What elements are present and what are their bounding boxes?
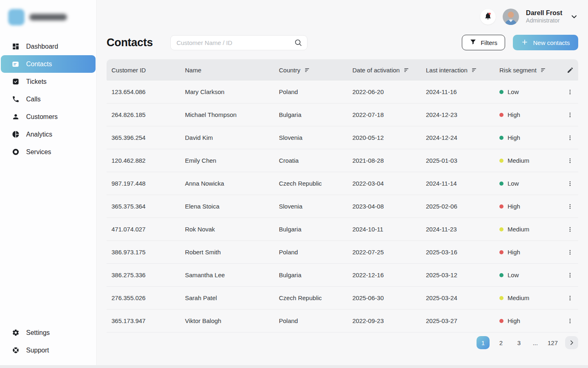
new-contacts-label: New contacts	[533, 39, 570, 46]
row-menu-button[interactable]	[565, 132, 575, 143]
cell-customer-id: 386.973.175	[111, 249, 185, 256]
column-header-risk-segment[interactable]: Risk segment	[499, 67, 562, 74]
notifications-button[interactable]	[480, 9, 496, 25]
avatar[interactable]	[503, 9, 519, 25]
cell-last-interaction: 2025-03-27	[426, 317, 499, 324]
new-contacts-button[interactable]: New contacts	[513, 35, 578, 50]
table-body: 123.654.086Mary ClarksonPoland2022-06-20…	[107, 81, 578, 332]
cell-actions	[562, 132, 578, 143]
sidebar-item-tickets[interactable]: Tickets	[1, 73, 96, 90]
contacts-table: Customer IDNameCountryDate of activation…	[107, 59, 578, 332]
pagination-page-2[interactable]: 2	[494, 336, 508, 349]
row-menu-button[interactable]	[565, 110, 575, 120]
cell-name: Anna Nowicka	[185, 180, 279, 187]
dashboard-icon	[11, 42, 20, 51]
risk-label: Medium	[508, 157, 529, 164]
pagination-next-button[interactable]	[565, 336, 578, 349]
cell-name: Emily Chen	[185, 157, 279, 164]
cell-name: Mary Clarkson	[185, 88, 279, 95]
topbar: Darell Frost Administrator	[107, 0, 578, 28]
sort-icon[interactable]	[304, 67, 311, 74]
pagination-page-1[interactable]: 1	[477, 336, 490, 349]
cell-last-interaction: 2024-11-23	[426, 226, 499, 233]
cell-customer-id: 365.396.254	[111, 134, 185, 141]
sidebar-item-dashboard[interactable]: Dashboard	[1, 38, 96, 55]
cell-actions	[562, 110, 578, 120]
cell-actions	[562, 155, 578, 166]
sidebar-item-analytics[interactable]: Analytics	[1, 126, 96, 143]
sort-icon[interactable]	[471, 67, 478, 74]
table-row: 365.396.254David KimSlovenia2020-05-1220…	[107, 126, 578, 149]
chevron-down-icon[interactable]	[570, 13, 578, 21]
funnel-icon	[470, 38, 477, 47]
cell-actions	[562, 224, 578, 235]
cell-risk-segment: Low	[499, 180, 562, 187]
cell-activation-date: 2024-10-11	[352, 226, 426, 233]
cell-risk-segment: Medium	[499, 226, 562, 233]
sort-icon[interactable]	[403, 67, 410, 74]
risk-dot	[499, 250, 503, 254]
pagination-page-127[interactable]: 127	[545, 336, 560, 349]
pagination-page-3[interactable]: 3	[512, 336, 526, 349]
risk-dot	[499, 204, 503, 209]
table-row: 365.173.947Viktor BaloghPoland2022-09-23…	[107, 310, 578, 332]
table-row: 386.973.175Robert SmithPoland2022-07-252…	[107, 241, 578, 264]
row-menu-button[interactable]	[565, 224, 575, 235]
cell-last-interaction: 2025-03-16	[426, 249, 499, 256]
pie-chart-icon	[11, 130, 20, 139]
cell-last-interaction: 2025-01-03	[426, 157, 499, 164]
column-label: Last interaction	[426, 67, 468, 74]
sidebar-item-calls[interactable]: Calls	[1, 90, 96, 108]
ring-icon	[11, 148, 20, 157]
cell-risk-segment: Low	[499, 88, 562, 95]
sidebar-item-settings[interactable]: Settings	[1, 324, 96, 341]
cell-customer-id: 365.173.947	[111, 317, 185, 324]
cell-risk-segment: Medium	[499, 157, 562, 164]
row-menu-button[interactable]	[565, 178, 575, 189]
cell-actions	[562, 201, 578, 212]
row-menu-button[interactable]	[565, 87, 575, 97]
user-name: Darell Frost	[526, 9, 562, 17]
table-row: 120.462.882Emily ChenCroatia2021-08-2820…	[107, 149, 578, 172]
cell-activation-date: 2022-07-25	[352, 249, 426, 256]
risk-label: Medium	[508, 226, 529, 233]
cell-activation-date: 2022-03-04	[352, 180, 426, 187]
column-header-edit[interactable]	[562, 67, 578, 74]
plus-icon	[521, 38, 528, 47]
sidebar-item-customers[interactable]: Customers	[1, 108, 96, 126]
ticket-check-icon	[11, 77, 20, 86]
cell-country: Czech Republic	[279, 294, 352, 301]
column-header-country[interactable]: Country	[279, 67, 352, 74]
cell-risk-segment: High	[499, 249, 562, 256]
cell-actions	[562, 316, 578, 326]
risk-dot	[499, 90, 503, 94]
risk-dot	[499, 159, 503, 163]
risk-label: Low	[508, 180, 519, 187]
app-logo	[0, 7, 96, 27]
table-row: 264.826.185Michael ThompsonBulgaria2022-…	[107, 103, 578, 126]
row-menu-button[interactable]	[565, 201, 575, 212]
cell-country: Bulgaria	[279, 226, 352, 233]
column-header-last-interaction[interactable]: Last interaction	[426, 67, 499, 74]
filters-button[interactable]: Filters	[462, 35, 505, 50]
sidebar-item-label: Customers	[26, 113, 58, 121]
risk-dot	[499, 113, 503, 117]
cell-country: Croatia	[279, 157, 352, 164]
column-header-date-of-activation[interactable]: Date of activation	[352, 67, 426, 74]
row-menu-button[interactable]	[565, 316, 575, 326]
profile-info: Darell Frost Administrator	[526, 9, 562, 25]
pagination: 123...127	[107, 336, 578, 349]
cell-name: Rok Novak	[185, 226, 279, 233]
row-menu-button[interactable]	[565, 247, 575, 258]
cell-country: Poland	[279, 249, 352, 256]
sort-icon[interactable]	[540, 67, 547, 74]
risk-label: High	[508, 317, 520, 324]
search-input[interactable]	[170, 35, 307, 50]
user-role: Administrator	[526, 17, 562, 25]
sidebar-item-support[interactable]: Support	[1, 341, 96, 359]
sidebar-item-services[interactable]: Services	[1, 143, 96, 161]
row-menu-button[interactable]	[565, 293, 575, 303]
row-menu-button[interactable]	[565, 155, 575, 166]
row-menu-button[interactable]	[565, 270, 575, 280]
sidebar-item-contacts[interactable]: Contacts	[1, 55, 96, 73]
